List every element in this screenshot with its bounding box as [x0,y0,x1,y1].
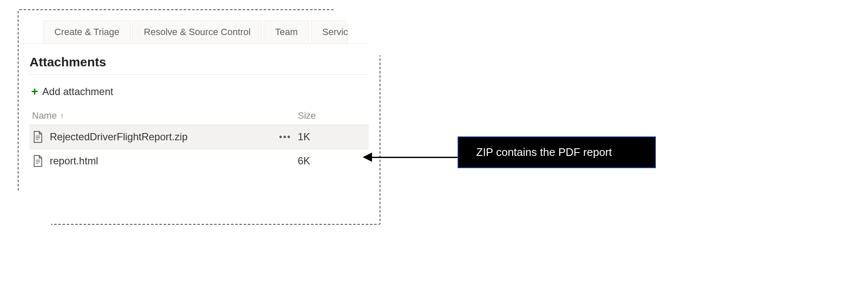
section-title: Attachments [30,55,369,75]
add-attachment-button[interactable]: + Add attachment [30,80,369,107]
tab-servicing[interactable]: Servicing [311,20,348,44]
annotation-arrow [363,153,460,161]
tab-strip: Create & Triage Resolve & Source Control… [21,13,377,44]
column-header-name[interactable]: Name ↑ [32,110,272,121]
more-actions-button[interactable]: ••• [272,131,298,142]
column-header-size[interactable]: Size [298,110,348,121]
table-row[interactable]: report.html 6K [30,149,369,173]
annotation-text: ZIP contains the PDF report [476,146,612,158]
tab-create-triage[interactable]: Create & Triage [43,20,131,44]
sort-ascending-icon: ↑ [60,112,64,120]
plus-icon: + [31,86,38,98]
tab-team[interactable]: Team [264,20,309,44]
file-size: 1K [298,131,348,143]
tab-label: Create & Triage [54,27,119,37]
file-icon [32,131,44,143]
column-name-label: Name [32,110,57,121]
file-name: report.html [50,155,272,167]
table-row[interactable]: RejectedDriverFlightReport.zip ••• 1K [30,125,369,149]
arrow-left-icon [363,153,372,162]
column-size-label: Size [298,110,316,121]
table-header: Name ↑ Size [30,107,369,125]
tab-label: Resolve & Source Control [144,27,251,37]
file-icon [32,155,44,167]
screenshot-frame: Create & Triage Resolve & Source Control… [18,9,380,225]
add-attachment-label: Add attachment [42,86,113,98]
file-size: 6K [298,155,348,167]
tab-label: Servicing [322,27,348,37]
annotation-callout: ZIP contains the PDF report [458,136,656,168]
tab-resolve-source-control[interactable]: Resolve & Source Control [132,20,262,44]
file-name: RejectedDriverFlightReport.zip [50,131,272,143]
tab-label: Team [275,27,298,37]
